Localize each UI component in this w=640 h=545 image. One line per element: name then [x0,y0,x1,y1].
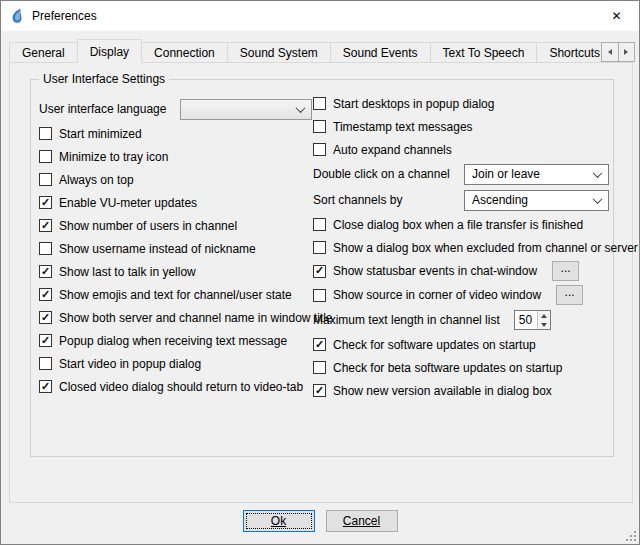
chevron-down-icon [593,194,603,204]
checkbox-auto-expand-channels[interactable]: Auto expand channels [313,138,609,161]
scroll-left-icon [608,49,612,55]
checkbox-box[interactable] [313,361,326,374]
checkbox-box[interactable] [39,242,52,255]
checkbox-vu-meter-updates[interactable]: Enable VU-meter updates [39,191,311,214]
scroll-right-button[interactable] [619,42,636,62]
checkbox-server-channel-title[interactable]: Show both server and channel name in win… [39,306,311,329]
checkbox-last-talk-yellow[interactable]: Show last to talk in yellow [39,260,311,283]
checkbox-box[interactable] [313,338,326,351]
checkbox-box[interactable] [39,357,52,370]
language-dropdown[interactable] [180,99,312,120]
tab-bar: General Display Connection Sound System … [9,39,615,63]
spinner-up-icon[interactable] [538,311,550,320]
language-label: User interface language [39,102,173,116]
right-column: Start desktops in popup dialog Timestamp… [313,92,609,402]
checkbox-box[interactable] [313,218,326,231]
tab-text-to-speech[interactable]: Text To Speech [431,42,538,63]
checkbox-update-check[interactable]: Check for software updates on startup [313,333,609,356]
checkbox-timestamp-messages[interactable]: Timestamp text messages [313,115,609,138]
preferences-dialog: Preferences ✕ General Display Connection… [0,0,640,545]
sort-channels-row: Sort channels by Ascending [313,187,609,213]
checkbox-close-on-transfer[interactable]: Close dialog box when a file transfer is… [313,213,609,236]
checkbox-box[interactable] [39,219,52,232]
checkbox-box[interactable] [313,241,326,254]
checkbox-box[interactable] [39,127,52,140]
spinner-buttons [537,311,550,329]
double-click-dropdown[interactable]: Join or leave [464,164,609,185]
checkbox-video-source-corner[interactable] [313,289,326,302]
tab-sound-events[interactable]: Sound Events [331,42,431,63]
tab-sound-system[interactable]: Sound System [228,42,331,63]
checkbox-box[interactable] [39,173,52,186]
checkbox-new-version-dialog[interactable]: Show new version available in dialog box [313,379,609,402]
dialog-footer: Ok Cancel [1,510,639,532]
checkbox-box[interactable] [313,143,326,156]
checkbox-video-return-tab[interactable]: Closed video dialog should return to vid… [39,375,311,398]
checkbox-start-minimized[interactable]: Start minimized [39,122,311,145]
left-column: User interface language Start minimized … [39,96,311,398]
checkbox-box[interactable] [313,384,326,397]
checkbox-box[interactable] [313,120,326,133]
scroll-left-button[interactable] [601,42,619,62]
double-click-value: Join or leave [472,167,540,181]
checkbox-box[interactable] [39,380,52,393]
video-source-row: Show source in corner of video window ..… [313,283,609,307]
tab-connection[interactable]: Connection [142,42,228,63]
checkbox-beta-update-check[interactable]: Check for beta software updates on start… [313,356,609,379]
display-tab-page: User Interface Settings User interface l… [9,62,633,503]
checkbox-box[interactable] [39,311,52,324]
checkbox-popup-text-message[interactable]: Popup dialog when receiving text message [39,329,311,352]
checkbox-start-video-popup[interactable]: Start video in popup dialog [39,352,311,375]
scroll-right-icon [624,49,628,55]
tab-display[interactable]: Display [77,39,142,63]
checkbox-emojis-text-state[interactable]: Show emojis and text for channel/user st… [39,283,311,306]
checkbox-statusbar-events[interactable] [313,265,326,278]
spinner-down-icon[interactable] [538,320,550,329]
sort-channels-value: Ascending [472,193,528,207]
chevron-down-icon [593,168,603,178]
checkbox-box[interactable] [39,288,52,301]
statusbar-events-browse-button[interactable]: ... [552,261,579,281]
ok-button[interactable]: Ok [243,510,315,532]
checkbox-box[interactable] [39,265,52,278]
user-interface-settings-group: User Interface Settings User interface l… [30,79,614,457]
checkbox-always-on-top[interactable]: Always on top [39,168,311,191]
checkbox-excluded-dialog[interactable]: Show a dialog box when excluded from cha… [313,236,609,259]
checkbox-box[interactable] [39,334,52,347]
checkbox-show-user-count[interactable]: Show number of users in channel [39,214,311,237]
checkbox-minimize-to-tray[interactable]: Minimize to tray icon [39,145,311,168]
double-click-label: Double click on a channel [313,167,450,181]
language-row: User interface language [39,96,311,122]
checkbox-box[interactable] [39,150,52,163]
sort-channels-label: Sort channels by [313,193,402,207]
checkbox-box[interactable] [39,196,52,209]
window-title: Preferences [32,9,97,23]
tab-scroll-buttons [601,42,635,62]
close-button[interactable]: ✕ [594,1,639,31]
double-click-row: Double click on a channel Join or leave [313,161,609,187]
max-text-length-label: Maximum text length in channel list [313,313,500,327]
video-source-browse-button[interactable]: ... [556,285,583,305]
chevron-down-icon [296,103,306,113]
checkbox-show-username[interactable]: Show username instead of nickname [39,237,311,260]
title-bar[interactable]: Preferences ✕ [1,1,639,31]
group-title: User Interface Settings [39,72,169,86]
tab-general[interactable]: General [9,42,78,63]
checkbox-box[interactable] [313,97,326,110]
cancel-button[interactable]: Cancel [326,510,398,532]
max-text-length-row: Maximum text length in channel list 50 [313,307,609,333]
statusbar-events-row: Show statusbar events in chat-window ... [313,259,609,283]
resize-grip[interactable] [624,529,636,541]
checkbox-desktops-popup[interactable]: Start desktops in popup dialog [313,92,609,115]
max-text-length-spinner[interactable]: 50 [514,310,551,330]
app-icon [9,8,25,24]
spinner-value: 50 [515,311,537,329]
sort-channels-dropdown[interactable]: Ascending [464,190,609,211]
